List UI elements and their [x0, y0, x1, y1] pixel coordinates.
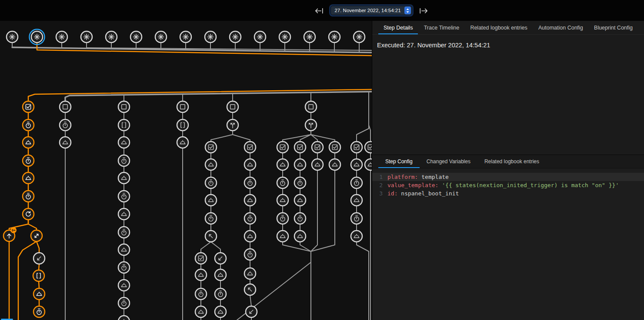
graph-node-asterisk[interactable]: [230, 31, 241, 43]
graph-node-timer[interactable]: [277, 177, 288, 188]
graph-node-asterisk[interactable]: [56, 31, 67, 43]
graph-node-asterisk[interactable]: [205, 31, 216, 43]
next-run-button[interactable]: [419, 6, 428, 16]
graph-node-check[interactable]: [195, 253, 207, 264]
graph-node-service[interactable]: [118, 172, 130, 184]
graph-node-service[interactable]: [195, 269, 207, 280]
run-select[interactable]: 27. November 2022, 14:54:21: [330, 6, 412, 15]
graph-node-brackets[interactable]: [118, 119, 130, 131]
graph-node-check[interactable]: [351, 142, 362, 153]
graph-node-asterisk[interactable]: [180, 31, 191, 43]
graph-node-arrow-up[interactable]: 9+: [3, 227, 17, 241]
graph-node-service[interactable]: [329, 159, 340, 170]
graph-node-timer[interactable]: [294, 177, 306, 188]
graph-node-service[interactable]: [215, 306, 226, 317]
graph-node-service[interactable]: [195, 306, 207, 317]
graph-node-asterisk[interactable]: [354, 31, 365, 43]
graph-node-service[interactable]: [244, 195, 256, 206]
graph-node-timer[interactable]: [118, 297, 130, 309]
graph-node-check[interactable]: [205, 142, 217, 153]
graph-node-asterisk[interactable]: [329, 31, 340, 43]
tab-blueprint-config[interactable]: Blueprint Config: [589, 21, 638, 34]
tab-automation-config[interactable]: Automation Config: [533, 21, 588, 34]
graph-node-arrow-bl[interactable]: [33, 253, 45, 264]
graph-node-arrow-tl[interactable]: [205, 231, 217, 242]
graph-node-service[interactable]: [244, 231, 256, 242]
graph-node-timer[interactable]: [244, 177, 256, 188]
graph-node-asterisk[interactable]: [279, 31, 290, 43]
graph-node-timer[interactable]: [60, 119, 71, 131]
graph-node-service[interactable]: [118, 316, 130, 320]
graph-node-check[interactable]: [312, 142, 323, 153]
graph-node-brackets[interactable]: [177, 119, 188, 131]
graph-node-asterisk[interactable]: [130, 31, 142, 43]
graph-node-timer[interactable]: [118, 191, 130, 202]
tab-related-logbook-entries[interactable]: Related logbook entries: [465, 21, 532, 34]
graph-node-service[interactable]: [33, 288, 45, 300]
graph-node-asterisk[interactable]: [7, 31, 18, 43]
graph-node-check[interactable]: [329, 142, 340, 153]
graph-node-service[interactable]: [351, 231, 362, 242]
graph-node-service[interactable]: [118, 280, 130, 291]
subtab-related-logbook-entries[interactable]: Related logbook entries: [477, 155, 546, 168]
graph-node-timer[interactable]: [195, 288, 207, 300]
graph-node-service[interactable]: [118, 137, 130, 148]
graph-node-arrow-tl[interactable]: [244, 284, 256, 295]
graph-node-square[interactable]: [118, 101, 130, 112]
graph-node-service[interactable]: [277, 231, 288, 242]
graph-node-service[interactable]: [244, 159, 256, 170]
graph-node-timer[interactable]: [244, 213, 256, 224]
graph-node-timer[interactable]: [118, 155, 130, 166]
graph-node-check[interactable]: [277, 142, 288, 153]
graph-node-timer[interactable]: [215, 288, 226, 300]
graph-node-timer[interactable]: [33, 306, 45, 317]
graph-node-service[interactable]: [23, 172, 34, 184]
graph-node-service[interactable]: [177, 137, 188, 148]
previous-run-button[interactable]: [314, 6, 324, 16]
trace-graph[interactable]: 9+: [0, 21, 372, 320]
graph-node-arrow-bl[interactable]: [215, 253, 226, 264]
graph-node-repeat[interactable]: [23, 208, 34, 220]
graph-node-service[interactable]: [312, 159, 323, 170]
graph-node-service[interactable]: [294, 231, 306, 242]
graph-node-timer[interactable]: [205, 213, 217, 224]
tab-trace-timeline[interactable]: Trace Timeline: [419, 21, 465, 34]
graph-node-square[interactable]: [227, 101, 238, 112]
graph-node-timer[interactable]: [244, 249, 256, 260]
graph-node-service[interactable]: [277, 195, 288, 206]
tab-step-details[interactable]: Step Details: [378, 21, 418, 34]
graph-node-brackets[interactable]: [33, 270, 44, 281]
trace-graph-svg[interactable]: 9+: [0, 21, 372, 320]
graph-node-asterisk[interactable]: [81, 31, 92, 43]
graph-node-square[interactable]: [60, 101, 71, 112]
graph-node-square[interactable]: [177, 101, 188, 112]
graph-node-asterisk[interactable]: [254, 31, 266, 43]
graph-node-service[interactable]: [294, 195, 306, 206]
graph-node-timer[interactable]: [351, 213, 362, 224]
graph-node-service[interactable]: [294, 159, 306, 170]
graph-node-service[interactable]: [205, 159, 217, 170]
subtab-changed-variables[interactable]: Changed Variables: [420, 155, 477, 168]
graph-node-timer[interactable]: [23, 119, 34, 131]
graph-node-service[interactable]: [277, 159, 288, 170]
graph-node-arrow-bl[interactable]: [246, 306, 257, 317]
graph-node-asterisk[interactable]: [304, 31, 315, 43]
graph-node-check[interactable]: [244, 142, 256, 153]
subtab-step-config[interactable]: Step Config: [378, 155, 420, 168]
graph-node-timer[interactable]: [118, 227, 130, 238]
graph-node-timer[interactable]: [23, 191, 34, 202]
graph-node-timer[interactable]: [205, 177, 217, 188]
graph-node-service[interactable]: [215, 269, 226, 280]
graph-node-service[interactable]: [60, 137, 71, 148]
graph-node-check[interactable]: [23, 101, 34, 112]
graph-node-split[interactable]: [305, 119, 317, 131]
graph-node-split[interactable]: [227, 119, 238, 131]
graph-node-asterisk[interactable]: [106, 31, 117, 43]
graph-node-timer[interactable]: [277, 213, 288, 224]
graph-node-asterisk[interactable]: [30, 30, 45, 45]
graph-node-square[interactable]: [305, 101, 317, 112]
graph-node-timer[interactable]: [118, 262, 130, 273]
graph-node-timer[interactable]: [23, 155, 34, 166]
graph-node-timer[interactable]: [294, 213, 306, 224]
graph-node-service[interactable]: [244, 268, 256, 279]
